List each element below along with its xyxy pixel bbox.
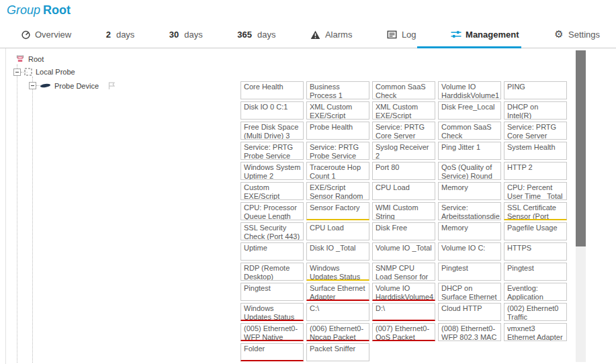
sensor-box[interactable]: Volume IO HarddiskVolume1 bbox=[438, 81, 501, 99]
tab-365-days[interactable]: 365days bbox=[237, 21, 275, 48]
tree-item-local-probe[interactable]: Local Probe bbox=[13, 68, 75, 76]
probe-icon bbox=[24, 68, 32, 76]
sensor-box[interactable]: Packet Sniffer bbox=[306, 343, 369, 361]
sensor-box[interactable]: Business Process 1 bbox=[306, 81, 369, 99]
sensor-box[interactable]: CPU Load bbox=[306, 222, 369, 240]
empty-grid-slot bbox=[372, 343, 435, 361]
sensor-box[interactable]: (005) Ethernet0-WFP Native MAC bbox=[240, 323, 304, 341]
sensor-box[interactable]: CPU: Processor Queue Length bbox=[240, 202, 304, 220]
sensor-box[interactable]: CPU: Percent User Time _Total bbox=[504, 182, 567, 200]
tree-branch-line bbox=[17, 64, 17, 363]
sensor-box[interactable]: Disk IO _Total bbox=[306, 242, 369, 261]
sensor-box[interactable]: Common SaaS Check bbox=[438, 122, 501, 140]
sensor-box[interactable]: Folder bbox=[240, 343, 304, 361]
sensor-box[interactable]: RDP (Remote Desktop) bbox=[240, 263, 304, 281]
collapse-icon[interactable] bbox=[29, 82, 36, 89]
collapse-icon[interactable] bbox=[13, 69, 21, 76]
sensor-box[interactable]: SSL Certificate Sensor (Port 443) bbox=[504, 202, 567, 220]
tab-management[interactable]: Management bbox=[451, 21, 519, 48]
sensor-box[interactable]: Syslog Receiver 2 bbox=[372, 142, 435, 160]
tab-overview[interactable]: Overview bbox=[20, 21, 71, 48]
tab-label: Log bbox=[402, 30, 416, 40]
sensor-box[interactable]: (008) Ethernet0-WFP 802.3 MAC bbox=[438, 323, 501, 341]
sensor-box[interactable]: System Health bbox=[504, 142, 567, 160]
sensor-box[interactable]: (006) Ethernet0-Npcap Packet bbox=[306, 323, 369, 341]
sensor-box[interactable]: Free Disk Space (Multi Drive) 3 bbox=[240, 122, 304, 140]
sensor-box[interactable]: SSL Security Check (Port 443) bbox=[240, 222, 304, 240]
sensor-box[interactable]: Custom EXE/Script Sensor 1 bbox=[240, 182, 304, 200]
tree-item-root[interactable]: Root bbox=[15, 55, 44, 63]
tab-label: Alarms bbox=[325, 30, 352, 40]
sensor-box[interactable]: (007) Ethernet0-QoS Packet bbox=[372, 323, 435, 341]
tab-alarms[interactable]: Alarms bbox=[310, 21, 352, 48]
gauge-icon bbox=[20, 30, 31, 40]
sensor-box[interactable]: Service: PRTG Core Server Service bbox=[504, 122, 567, 140]
sensor-box[interactable]: Sensor Factory bbox=[306, 202, 369, 220]
sensor-box[interactable]: Pingtest bbox=[240, 283, 304, 301]
sensor-box[interactable]: vmxnet3 Ethernet Adapter bbox=[504, 323, 567, 341]
sensor-box[interactable]: Uptime bbox=[240, 242, 304, 261]
sensor-box[interactable]: Probe Health bbox=[306, 122, 369, 140]
sensor-box[interactable]: Service: PRTG Probe Service bbox=[306, 142, 369, 160]
tab-label: Management bbox=[466, 30, 519, 40]
sliders-icon bbox=[451, 30, 461, 40]
sensor-box[interactable]: CPU Load bbox=[372, 182, 435, 200]
sensor-box[interactable]: SNMP CPU Load Sensor for Asako bbox=[372, 263, 435, 281]
tree-branch-line bbox=[32, 77, 33, 363]
gear-icon: ⚙ bbox=[554, 30, 564, 40]
sensor-box[interactable]: Volume IO C: bbox=[438, 242, 501, 261]
content-pane: Root Local Probe Probe Device Core Healt… bbox=[5, 48, 616, 364]
sensor-box[interactable]: DHCP on Surface Ethernet Adapter bbox=[438, 283, 501, 301]
sensor-box[interactable]: C:\ bbox=[306, 303, 369, 321]
scrollbar[interactable] bbox=[576, 50, 586, 362]
sensor-box[interactable]: Windows Updates Status bbox=[240, 303, 304, 321]
tab-label: Overview bbox=[35, 30, 71, 40]
sensor-box[interactable]: QoS (Quality of Service) Round Trip bbox=[438, 162, 501, 180]
page-title: GroupRoot bbox=[7, 3, 71, 17]
sensor-box[interactable]: XML Custom EXE/Script Sensor bbox=[306, 101, 369, 120]
sensor-box[interactable]: Core Health bbox=[240, 81, 304, 99]
sensor-box[interactable]: EXE/Script Sensor Random number bbox=[306, 182, 369, 200]
sensor-box[interactable]: Pagefile Usage bbox=[504, 222, 567, 240]
empty-grid-slot bbox=[438, 343, 501, 361]
sensor-box[interactable]: Traceroute Hop Count 1 bbox=[306, 162, 369, 180]
page-header: GroupRoot bbox=[0, 0, 616, 21]
sensor-box[interactable]: Cloud HTTP bbox=[438, 303, 501, 321]
tab-log[interactable]: Log bbox=[387, 21, 416, 48]
tab-settings[interactable]: ⚙Settings bbox=[554, 21, 600, 48]
sensor-box[interactable]: Port 80 bbox=[372, 162, 435, 180]
sensor-box[interactable]: Disk Free_Local bbox=[438, 101, 501, 120]
scrollbar-thumb[interactable] bbox=[576, 50, 586, 246]
sensor-box[interactable]: (002) Ethernet0 Traffic bbox=[504, 303, 567, 321]
sensor-box[interactable]: Volume IO HarddiskVolume4 bbox=[372, 283, 435, 301]
sensor-box[interactable]: Ping Jitter 1 bbox=[438, 142, 501, 160]
sensor-box[interactable]: DHCP on Intel(R) PRO/1000 MT bbox=[504, 101, 567, 120]
tab-30-days[interactable]: 30days bbox=[169, 21, 203, 48]
sensor-box[interactable]: Disk IO 0 C:1 bbox=[240, 101, 304, 120]
sensor-box[interactable]: Pingtest bbox=[504, 263, 567, 281]
tree-item-probe-device[interactable]: Probe Device bbox=[29, 81, 116, 90]
tab-label: days bbox=[184, 30, 202, 40]
sensor-box[interactable]: Pingtest bbox=[438, 263, 501, 281]
sensor-box[interactable]: Common SaaS Check bbox=[372, 81, 435, 99]
sensor-box[interactable]: WMI Custom String bbox=[372, 202, 435, 220]
sensor-box[interactable]: Service: Arbeitsstationsdie... bbox=[438, 202, 501, 220]
sensor-box[interactable]: XML Custom EXE/Script Sensor bbox=[372, 101, 435, 120]
sensor-box[interactable]: Memory bbox=[438, 182, 501, 200]
sensor-box[interactable]: Service: PRTG Core Server Service bbox=[372, 122, 435, 140]
sensor-grid: Core HealthBusiness Process 1Common SaaS… bbox=[240, 81, 568, 361]
sensor-box[interactable]: Memory bbox=[438, 222, 501, 240]
sensor-box[interactable]: Volume IO _Total bbox=[372, 242, 435, 261]
sensor-box[interactable]: D:\ bbox=[372, 303, 435, 321]
sensor-box[interactable]: PING bbox=[504, 81, 567, 99]
sensor-box[interactable]: HTTPS bbox=[504, 242, 567, 261]
sensor-box[interactable]: Service: PRTG Probe Service bbox=[240, 142, 304, 160]
sensor-box[interactable]: Surface Ethernet Adapter bbox=[306, 283, 369, 301]
sensor-box[interactable]: Eventlog: Application bbox=[504, 283, 567, 301]
tab-2-days[interactable]: 2days bbox=[106, 21, 135, 48]
sensor-box[interactable]: Windows System Uptime 2 bbox=[240, 162, 304, 180]
sensor-box[interactable]: HTTP 2 bbox=[504, 162, 567, 180]
sensor-box[interactable]: Disk Free bbox=[372, 222, 435, 240]
sensor-box[interactable]: Windows Updates Status bbox=[306, 263, 369, 281]
tab-number: 365 bbox=[237, 30, 252, 40]
